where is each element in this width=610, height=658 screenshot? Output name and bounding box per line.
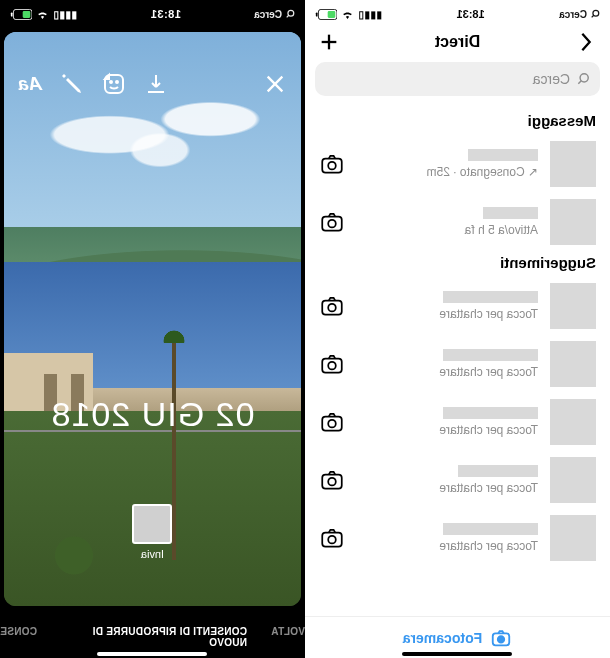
story-editor-pane: Cerca 18:31 ▮▮▮▯ [0,0,305,658]
svg-rect-29 [322,475,342,489]
subtitle: Attivo/a 5 h fa [465,223,538,237]
avatar [550,341,596,387]
svg-line-1 [287,15,289,17]
search-input[interactable]: Cerca [315,62,600,96]
list-item[interactable]: ↖ Consegnato · 25m [305,135,610,193]
svg-rect-27 [322,417,342,431]
camera-icon[interactable] [319,351,345,377]
sticker-icon[interactable] [102,72,126,96]
svg-point-8 [116,81,118,83]
suggestion-list: Tocca per chattareTocca per chattareTocc… [305,277,610,616]
svg-rect-19 [322,159,342,173]
svg-point-9 [110,81,112,83]
subtitle: Tocca per chattare [439,539,538,553]
battery-icon [10,9,32,20]
save-icon[interactable] [144,72,168,96]
tab-replay[interactable]: CONSENTI DI RIPRODURRE DI NUOVO [61,626,247,648]
tab-once[interactable]: VOLTA [271,626,305,648]
svg-point-0 [288,10,294,16]
direct-inbox-pane: Cerca 18:31 ▮▮▮▯ Direct Cerca Messaggi ↖… [305,0,610,658]
avatar [550,199,596,245]
wifi-icon [36,9,49,19]
username-placeholder [443,291,538,303]
close-icon[interactable] [263,72,287,96]
story-photo-canvas[interactable]: Aa 02 GIU 2018 Invia [4,32,301,606]
date-sticker[interactable]: 02 GIU 2018 [4,395,301,434]
svg-rect-3 [23,11,31,18]
camera-icon[interactable] [319,151,345,177]
list-item[interactable]: Tocca per chattare [305,277,610,335]
svg-rect-23 [322,301,342,315]
back-icon[interactable] [574,30,598,54]
camera-icon[interactable] [319,409,345,435]
username-placeholder [443,523,538,535]
svg-line-11 [592,15,594,17]
search-placeholder: Cerca [533,71,570,87]
avatar [550,515,596,561]
list-item[interactable]: Tocca per chattare [305,335,610,393]
camera-icon [490,627,512,649]
wifi-icon [341,9,354,19]
svg-line-18 [578,81,581,84]
subtitle: Tocca per chattare [439,423,538,437]
search-icon [576,72,590,86]
section-messages: Messaggi [305,106,610,135]
battery-icon [315,9,337,20]
avatar [550,141,596,187]
list-item[interactable]: Tocca per chattare [305,451,610,509]
avatar [550,457,596,503]
draw-icon[interactable] [60,72,84,96]
username-placeholder [468,149,538,161]
page-title: Direct [435,33,480,51]
svg-point-30 [328,478,336,486]
camera-icon[interactable] [319,293,345,319]
avatar [550,283,596,329]
status-signals: ▮▮▮▯ [10,9,77,20]
signal-icon: ▮▮▮▯ [53,9,77,20]
footer-label: Fotocamera [403,630,482,646]
svg-point-24 [328,304,336,312]
send-target[interactable]: Invia [133,504,173,560]
svg-point-22 [328,220,336,228]
compose-icon[interactable] [317,30,341,54]
tab-keep[interactable]: CONSE [0,626,37,648]
list-item[interactable]: Tocca per chattare [305,509,610,567]
subtitle: Tocca per chattare [439,481,538,495]
svg-point-17 [580,74,588,82]
list-item[interactable]: Tocca per chattare [305,393,610,451]
svg-rect-4 [11,12,13,16]
home-indicator [98,652,208,656]
section-suggestions: Suggerimenti [305,248,610,277]
status-time: 18:31 [457,8,485,20]
svg-point-20 [328,162,336,170]
svg-point-10 [593,10,599,16]
spotlight-search: Cerca [559,9,600,20]
subtitle: ↖ Consegnato · 25m [427,165,538,179]
view-mode-tabs[interactable]: VOLTA CONSENTI DI RIPRODURRE DI NUOVO CO… [0,626,305,648]
svg-rect-21 [322,217,342,231]
camera-icon[interactable] [319,525,345,551]
subtitle: Tocca per chattare [439,365,538,379]
message-list: ↖ Consegnato · 25mAttivo/a 5 h fa [305,135,610,248]
svg-rect-14 [316,12,318,16]
svg-rect-13 [328,11,336,18]
svg-point-32 [328,536,336,544]
spotlight-search: Cerca [254,9,295,20]
svg-rect-31 [322,533,342,547]
camera-icon[interactable] [319,467,345,493]
username-placeholder [443,407,538,419]
send-label: Invia [133,548,173,560]
status-time: 18:31 [150,8,181,20]
list-item[interactable]: Attivo/a 5 h fa [305,193,610,248]
username-placeholder [443,349,538,361]
camera-icon[interactable] [319,209,345,235]
story-toolbar: Aa [18,72,287,96]
svg-point-26 [328,362,336,370]
svg-point-28 [328,420,336,428]
status-bar: Cerca 18:31 ▮▮▮▯ [0,0,305,24]
text-icon[interactable]: Aa [18,72,42,96]
recipient-avatar [133,504,173,544]
svg-rect-25 [322,359,342,373]
avatar [550,399,596,445]
status-bar: Cerca 18:31 ▮▮▮▯ [305,0,610,24]
